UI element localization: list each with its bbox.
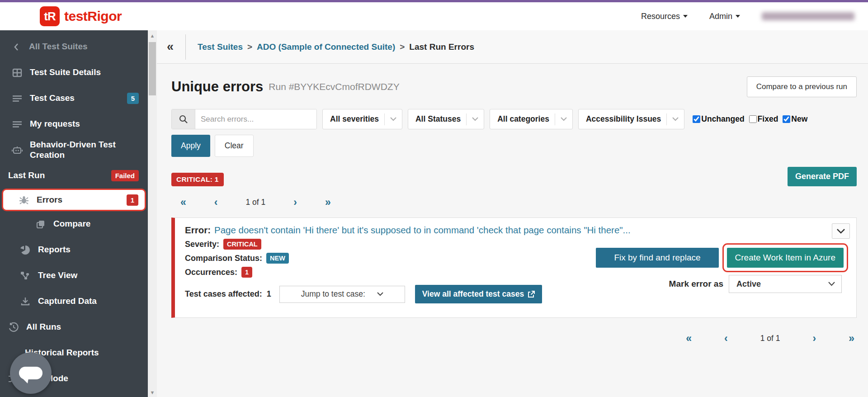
sidebar-item-my-requests[interactable]: My requests — [0, 111, 148, 137]
copy-icon — [35, 220, 46, 229]
chevron-down-icon — [828, 282, 835, 286]
breadcrumb: Test Suites > ADO (Sample of Connected S… — [198, 42, 474, 52]
sidebar-item-test-cases[interactable]: Test Cases 5 — [0, 85, 148, 111]
sidebar-item-captured-data[interactable]: Captured Data — [0, 288, 148, 314]
critical-count-badge: CRITICAL: 1 — [171, 173, 224, 186]
error-label: Error: — [185, 225, 211, 236]
sidebar-item-behavior-driven-test-creation[interactable]: Behavior-Driven Test Creation — [0, 137, 148, 163]
pagination-next[interactable]: › — [813, 333, 816, 344]
sidebar-item-test-suite-details[interactable]: Test Suite Details — [0, 60, 148, 85]
comparison-status-badge: NEW — [266, 253, 289, 264]
chevron-down-icon — [390, 117, 396, 121]
history-icon — [8, 322, 19, 332]
apply-button[interactable]: Apply — [171, 135, 210, 157]
statuses-dropdown[interactable]: All Statuses — [408, 109, 484, 129]
severities-dropdown[interactable]: All severities — [322, 109, 402, 129]
checkbox-unchanged[interactable]: Unchanged — [693, 114, 744, 124]
chevron-down-icon — [472, 117, 478, 121]
external-link-icon — [528, 291, 535, 298]
list-icon — [12, 121, 23, 128]
download-icon — [20, 297, 31, 306]
clear-button[interactable]: Clear — [215, 135, 254, 157]
sidebar-item-compare[interactable]: Compare — [0, 211, 148, 237]
search-errors-box — [171, 109, 317, 129]
chevron-down-icon — [561, 117, 567, 121]
chevron-down-icon — [377, 292, 383, 296]
test-cases-affected-badge: 1 — [267, 289, 271, 299]
pagination-first[interactable]: « — [180, 197, 186, 208]
severity-badge: CRITICAL — [223, 239, 261, 250]
view-all-affected-button[interactable]: View all affected test cases — [415, 285, 542, 303]
severity-label: Severity: — [185, 240, 219, 249]
comparison-status-label: Comparison Status: — [185, 254, 262, 263]
brand-logo[interactable]: tR testRigor — [40, 6, 122, 26]
chat-widget-button[interactable] — [10, 352, 52, 394]
compare-previous-run-button[interactable]: Compare to a previous run — [747, 76, 857, 97]
checkbox-fixed[interactable]: Fixed — [749, 114, 778, 124]
accessibility-issues-dropdown[interactable]: Accessibility Issues — [578, 109, 684, 129]
error-card: Error: Page doesn't contain 'Hi there' b… — [171, 217, 857, 318]
sidebar-item-all-runs[interactable]: All Runs — [0, 314, 148, 340]
chevron-down-icon — [672, 117, 679, 121]
nav-resources[interactable]: Resources — [641, 12, 688, 21]
unchanged-checkbox-input[interactable] — [693, 115, 700, 123]
page-scrollbar[interactable]: ▲ ▼ — [148, 30, 157, 397]
pagination-label: 1 of 1 — [245, 198, 265, 207]
create-work-item-azure-button[interactable]: Create Work Item in Azure — [727, 248, 844, 268]
pagination-next[interactable]: › — [293, 197, 297, 208]
last-run-status-badge: Failed — [111, 170, 139, 181]
divider — [185, 34, 186, 60]
new-checkbox-input[interactable] — [783, 115, 790, 123]
nav-admin[interactable]: Admin — [709, 12, 740, 21]
caret-down-icon — [683, 15, 688, 18]
sidebar-item-reports[interactable]: Reports — [0, 237, 148, 263]
fixed-checkbox-input[interactable] — [749, 115, 757, 123]
test-cases-count-badge: 5 — [127, 93, 139, 104]
categories-dropdown[interactable]: All categories — [490, 109, 573, 129]
sidebar-collapse-button[interactable]: « — [167, 40, 174, 54]
pagination-first[interactable]: « — [686, 333, 692, 344]
jump-to-test-case-select[interactable]: Jump to test case: — [279, 286, 405, 303]
error-message-link[interactable]: Page doesn't contain 'Hi there' but it's… — [214, 225, 631, 236]
caret-down-icon — [736, 15, 740, 18]
brand-logo-icon: tR — [40, 6, 60, 26]
scrollbar-down-arrow[interactable]: ▼ — [148, 390, 157, 395]
annotation-highlight: Create Work Item in Azure — [722, 243, 848, 272]
sidebar: All Test Suites Test Suite Details Test … — [0, 30, 148, 397]
top-bar: tR testRigor Resources Admin — [0, 2, 868, 30]
breadcrumb-test-suites[interactable]: Test Suites — [198, 42, 243, 52]
breadcrumb-suite-name[interactable]: ADO (Sample of Connected Suite) — [257, 42, 395, 52]
chat-bubble-icon — [19, 367, 42, 379]
errors-count-badge: 1 — [127, 194, 138, 206]
pagination-label: 1 of 1 — [760, 334, 780, 343]
brand-name: testRigor — [64, 9, 122, 24]
mark-error-as-label: Mark error as — [669, 279, 723, 289]
chevron-left-icon — [11, 43, 22, 51]
pagination-last[interactable]: » — [849, 333, 854, 344]
pagination-bottom: « ‹ 1 of 1 › » — [157, 333, 854, 344]
pagination-prev[interactable]: ‹ — [724, 333, 728, 344]
fix-find-replace-button[interactable]: Fix by find and replace — [596, 248, 718, 268]
sidebar-back-all-test-suites[interactable]: All Test Suites — [0, 34, 148, 60]
generate-pdf-button[interactable]: Generate PDF — [788, 167, 857, 186]
occurrences-label: Occurrences: — [185, 268, 237, 277]
test-cases-affected-label: Test cases affected: — [185, 289, 262, 299]
checkbox-new[interactable]: New — [783, 114, 807, 124]
occurrences-badge: 1 — [241, 267, 252, 278]
scrollbar-up-arrow[interactable]: ▲ — [148, 33, 157, 38]
run-id-subtitle: Run #BYYKEcvCmofRDWDZY — [269, 81, 399, 92]
mark-error-as-select[interactable]: Active — [729, 275, 842, 293]
sidebar-item-errors[interactable]: Errors 1 — [2, 189, 146, 211]
search-errors-input[interactable] — [195, 109, 316, 129]
error-card-collapse-button[interactable] — [832, 223, 850, 239]
tree-icon — [20, 271, 31, 280]
pagination-prev[interactable]: ‹ — [214, 197, 218, 208]
user-menu-redacted[interactable] — [762, 12, 854, 20]
pagination-last[interactable]: » — [325, 197, 331, 208]
breadcrumb-current: Last Run Errors — [409, 42, 474, 52]
bug-icon — [19, 194, 29, 205]
sidebar-item-tree-view[interactable]: Tree View — [0, 263, 148, 288]
grid-icon — [12, 68, 23, 78]
scrollbar-thumb[interactable] — [149, 42, 156, 95]
sidebar-item-last-run[interactable]: Last Run Failed — [0, 163, 148, 189]
